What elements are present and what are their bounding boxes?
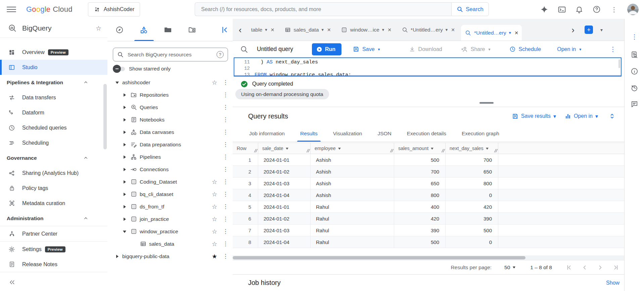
- doc-search-icon[interactable]: [630, 50, 640, 60]
- more-options-icon[interactable]: ⋮: [223, 153, 227, 160]
- chevron-right-icon[interactable]: [122, 155, 127, 159]
- explorer-search-input[interactable]: [127, 51, 213, 58]
- nav-item-policy-tags[interactable]: Policy tags: [0, 181, 107, 196]
- nav-section-pipelines[interactable]: Pipelines & Integration: [0, 75, 107, 90]
- project-selector[interactable]: AshishCoder: [88, 2, 140, 16]
- collapse-nav-button[interactable]: [0, 275, 107, 290]
- resize-handle-icon[interactable]: [441, 149, 445, 153]
- sql-editor[interactable]: 11 ) AS next_day_sales 12 13 FROM window…: [234, 57, 622, 77]
- star-icon[interactable]: ☆: [212, 79, 217, 86]
- resize-handle-icon[interactable]: [390, 149, 394, 153]
- more-options-icon[interactable]: ⋮: [223, 116, 227, 123]
- explorer-compass-icon[interactable]: [115, 26, 124, 34]
- close-icon[interactable]: ✕: [451, 27, 455, 33]
- chevron-down-icon[interactable]: [115, 80, 120, 86]
- tree-item-repositories[interactable]: Repositories ⋮: [107, 89, 233, 101]
- sort-caret-icon[interactable]: [338, 148, 341, 151]
- folder-icon[interactable]: [164, 26, 172, 34]
- chevron-right-icon[interactable]: [122, 168, 127, 171]
- save-button[interactable]: Save ▾: [353, 46, 380, 52]
- caret-down-icon[interactable]: ▾: [600, 27, 603, 33]
- star-icon[interactable]: ☆: [212, 203, 217, 210]
- table-row[interactable]: 82024-01-04Rahul5000: [233, 236, 624, 248]
- chevron-right-icon[interactable]: [122, 118, 127, 122]
- editor-scrollbar[interactable]: [618, 59, 620, 68]
- caret-down-icon[interactable]: ▾: [446, 27, 448, 32]
- nav-item-metadata-curation[interactable]: Metadata curation: [0, 196, 107, 211]
- more-options-icon[interactable]: ⋮: [223, 91, 227, 98]
- global-search-button[interactable]: Search: [451, 2, 489, 16]
- last-page-icon[interactable]: [613, 264, 619, 271]
- nav-item-dataform[interactable]: Dataform: [0, 105, 107, 120]
- horizontal-scrollbar[interactable]: [233, 255, 624, 260]
- global-search-field[interactable]: [195, 2, 451, 16]
- tab-json[interactable]: JSON: [370, 125, 399, 142]
- more-options-icon[interactable]: ⋮: [223, 79, 227, 86]
- tree-item-data-canvases[interactable]: Data canvases ⋮: [107, 126, 233, 138]
- caret-down-icon[interactable]: ▾: [509, 30, 511, 35]
- tabs-scroll-left-icon[interactable]: ‹: [236, 26, 244, 34]
- nav-item-scheduling[interactable]: Scheduling: [0, 135, 107, 150]
- more-options-icon[interactable]: ⋮: [223, 191, 227, 198]
- dataplex-icon[interactable]: [188, 26, 196, 34]
- prev-page-icon[interactable]: [581, 264, 588, 271]
- open-results-in-button[interactable]: Open in ▾: [565, 113, 598, 119]
- tab-execution-graph[interactable]: Execution graph: [454, 125, 507, 142]
- sort-caret-icon[interactable]: [286, 148, 288, 151]
- history-icon[interactable]: [630, 83, 640, 93]
- more-options-icon[interactable]: ⋮: [610, 45, 616, 53]
- more-options-icon[interactable]: ⋮: [630, 32, 640, 42]
- column-header-sale-date[interactable]: sale_date: [258, 143, 311, 154]
- table-row[interactable]: 22024-01-02Ashish700650: [233, 166, 624, 178]
- resize-handle-icon[interactable]: [494, 149, 498, 153]
- save-results-button[interactable]: Save results ▾: [512, 113, 556, 119]
- more-options-icon[interactable]: ⋮: [223, 166, 227, 173]
- info-icon[interactable]: [630, 66, 640, 76]
- chevron-down-icon[interactable]: [122, 229, 127, 235]
- collapse-panel-icon[interactable]: [220, 26, 229, 34]
- close-icon[interactable]: ✕: [387, 27, 392, 33]
- more-options-icon[interactable]: ⋮: [223, 215, 227, 223]
- more-options-icon[interactable]: ⋮: [223, 178, 227, 185]
- table-row[interactable]: 32024-01-03Ashish650800: [233, 178, 624, 189]
- chevron-right-icon[interactable]: [122, 180, 127, 184]
- resize-handle-icon[interactable]: [254, 149, 258, 153]
- tabs-scroll-right-icon[interactable]: ›: [569, 26, 577, 34]
- open-in-button[interactable]: Open in ▾: [557, 46, 581, 52]
- chevron-right-icon[interactable]: [122, 193, 127, 196]
- cloud-shell-icon[interactable]: [557, 5, 566, 14]
- nav-section-administration[interactable]: Administration: [0, 211, 107, 226]
- star-icon[interactable]: ☆: [212, 191, 217, 198]
- tree-item-queries[interactable]: Queries ⋮: [107, 101, 233, 113]
- chevron-right-icon[interactable]: [122, 217, 127, 221]
- resize-handle-icon[interactable]: [306, 149, 310, 153]
- nav-item-scheduled-queries[interactable]: Scheduled queries: [0, 120, 107, 135]
- nav-item-release-notes[interactable]: Release Notes: [0, 257, 107, 272]
- more-options-icon[interactable]: ⋮: [610, 5, 618, 14]
- tree-item-dataset[interactable]: join_practice ☆ ⋮: [107, 213, 233, 225]
- explorer-search-box[interactable]: ?: [113, 48, 228, 61]
- avatar[interactable]: [627, 4, 639, 15]
- tree-item-dataset-expanded[interactable]: window_practice ☆ ⋮: [107, 225, 233, 238]
- share-button[interactable]: Share ▾: [461, 46, 491, 53]
- sort-caret-icon[interactable]: [431, 148, 433, 151]
- editor-tab-sales-data[interactable]: sales_data ▾ ✕: [281, 23, 334, 37]
- tree-item-dataset[interactable]: Coding_Dataset ☆ ⋮: [107, 176, 233, 188]
- editor-tab-window-practice[interactable]: window…ice ▾ ✕: [337, 23, 395, 37]
- star-icon[interactable]: ☆: [212, 240, 217, 248]
- more-options-icon[interactable]: ⋮: [223, 240, 227, 247]
- star-icon[interactable]: ☆: [212, 215, 217, 223]
- editor-tab-untitled-query-1[interactable]: *Untitled…ery ▾ ✕: [398, 23, 458, 37]
- more-options-icon[interactable]: ⋮: [223, 228, 227, 235]
- tree-item-project[interactable]: ashishcoder ☆ ⋮: [107, 76, 233, 89]
- expand-results-icon[interactable]: [609, 113, 615, 119]
- column-header-row[interactable]: Row: [233, 143, 258, 154]
- more-options-icon[interactable]: ⋮: [223, 104, 227, 111]
- close-icon[interactable]: ✕: [514, 30, 518, 36]
- starred-toggle[interactable]: [113, 66, 126, 72]
- caret-down-icon[interactable]: ▾: [265, 27, 267, 32]
- google-cloud-logo[interactable]: Google Cloud: [26, 5, 73, 14]
- chevron-right-icon[interactable]: [115, 255, 120, 258]
- column-header-employee[interactable]: employee: [311, 143, 394, 154]
- caret-down-icon[interactable]: ▾: [382, 27, 384, 32]
